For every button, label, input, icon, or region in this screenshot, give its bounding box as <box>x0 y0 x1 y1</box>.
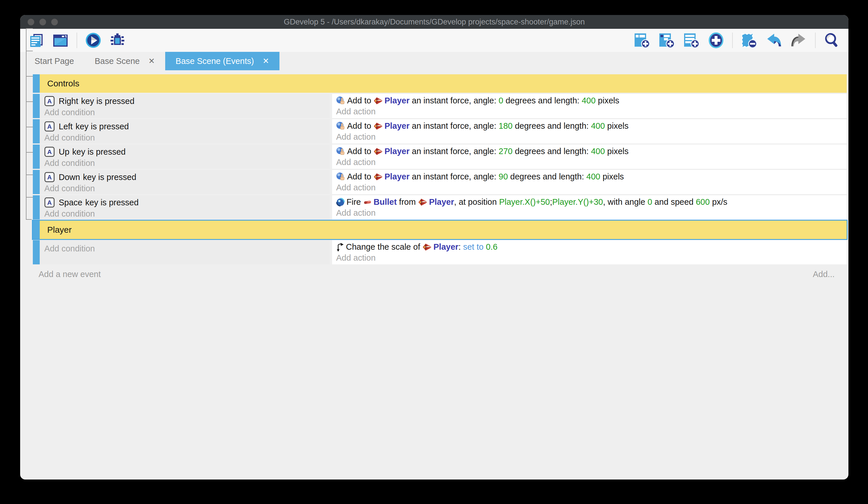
event-drag-bar[interactable] <box>33 74 40 93</box>
condition-cell[interactable]: ARightkey is pressedAdd condition <box>40 94 330 118</box>
sentence-text: an instant force, angle: <box>410 121 499 131</box>
tab-base-scene[interactable]: Base Scene✕ <box>84 52 165 70</box>
sentence-text: key is pressed <box>83 172 136 182</box>
condition-cell[interactable]: ALeftkey is pressedAdd condition <box>40 119 330 143</box>
condition-cell[interactable]: Add condition <box>40 240 330 264</box>
expression-value: 0 <box>499 96 503 105</box>
zoom-window-button[interactable] <box>51 19 58 26</box>
window-title: GDevelop 5 - /Users/dkarakay/Documents/G… <box>284 18 585 27</box>
condition-cell[interactable]: ADownkey is pressedAdd condition <box>40 170 330 194</box>
add-event-icon[interactable] <box>634 32 650 48</box>
sentence-text: degrees and length: <box>508 172 586 181</box>
condition-sentence[interactable]: ADownkey is pressed <box>44 172 330 182</box>
event-row[interactable]: ASpacekey is pressedAdd conditionFire Bu… <box>33 195 847 220</box>
event-row[interactable]: ADownkey is pressedAdd conditionAdd to P… <box>33 170 847 194</box>
redo-icon[interactable] <box>790 32 807 48</box>
action-cell[interactable]: Change the scale of Player: set to 0.6Ad… <box>332 240 847 264</box>
condition-sentence[interactable]: ALeftkey is pressed <box>44 121 330 132</box>
close-window-button[interactable] <box>28 19 34 26</box>
add-circle-icon[interactable] <box>708 32 724 48</box>
force-icon <box>336 122 345 131</box>
condition-sentence[interactable]: ARightkey is pressed <box>44 96 330 106</box>
project-manager-icon[interactable] <box>29 32 44 48</box>
delete-selection-icon[interactable] <box>741 32 757 48</box>
add-action-button[interactable]: Add action <box>336 107 847 117</box>
play-icon[interactable] <box>85 32 101 48</box>
expression-value: Player.Y()+30 <box>552 197 603 207</box>
group-row-controls[interactable]: Controls <box>33 74 847 93</box>
add-new-event-button[interactable]: Add a new event <box>39 270 101 279</box>
action-sentence[interactable]: Add to Player an instant force, angle: 2… <box>336 147 847 156</box>
scene-editor-icon[interactable] <box>52 32 69 48</box>
add-condition-button[interactable]: Add condition <box>44 108 330 117</box>
add-condition-button[interactable]: Add condition <box>44 158 330 168</box>
add-comment-icon[interactable] <box>683 32 700 48</box>
sentence-text: Add to <box>347 121 374 131</box>
tab-start-page[interactable]: Start Page <box>24 52 84 70</box>
action-cell[interactable]: Fire Bullet from Player, at position Pla… <box>332 195 847 220</box>
player-ship-icon <box>374 122 383 131</box>
event-drag-bar[interactable] <box>33 144 40 169</box>
add-condition-button[interactable]: Add condition <box>44 209 330 219</box>
sentence-text: , at position <box>454 197 499 207</box>
minimize-window-button[interactable] <box>39 19 46 26</box>
event-drag-bar[interactable] <box>33 221 40 239</box>
action-cell[interactable]: Add to Player an instant force, angle: 1… <box>332 119 847 143</box>
tree-branch-line <box>26 127 33 127</box>
debug-icon[interactable] <box>110 32 125 48</box>
action-sentence[interactable]: Fire Bullet from Player, at position Pla… <box>336 197 847 207</box>
action-sentence[interactable]: Change the scale of Player: set to 0.6 <box>336 242 847 252</box>
expression-value: 600 <box>696 197 710 207</box>
key-name: Up <box>59 147 69 157</box>
event-drag-bar[interactable] <box>33 94 40 118</box>
sentence-text: pixels <box>605 121 629 131</box>
object-ref: Bullet <box>374 197 397 207</box>
force-icon <box>336 96 345 105</box>
svg-text:A: A <box>47 199 52 206</box>
event-row[interactable]: Add conditionChange the scale of Player:… <box>33 240 847 264</box>
action-sentence[interactable]: Add to Player an instant force, angle: 9… <box>336 172 847 181</box>
event-drag-bar[interactable] <box>33 170 40 194</box>
group-row-player[interactable]: Player <box>33 221 847 239</box>
set-to-operator: set to <box>463 242 484 252</box>
event-row[interactable]: AUpkey is pressedAdd conditionAdd to Pla… <box>33 144 847 169</box>
close-tab-icon[interactable]: ✕ <box>148 57 155 65</box>
add-action-button[interactable]: Add action <box>336 208 847 218</box>
add-action-button[interactable]: Add action <box>336 253 847 263</box>
event-drag-bar[interactable] <box>33 240 40 264</box>
expression-value: 400 <box>586 172 600 181</box>
add-action-button[interactable]: Add action <box>336 158 847 167</box>
sentence-text: degrees and length: <box>513 147 591 156</box>
condition-sentence[interactable]: AUpkey is pressed <box>44 147 330 157</box>
action-cell[interactable]: Add to Player an instant force, angle: 2… <box>332 144 847 169</box>
condition-cell[interactable]: AUpkey is pressedAdd condition <box>40 144 330 169</box>
action-sentence[interactable]: Add to Player an instant force, angle: 0… <box>336 96 847 105</box>
add-condition-button[interactable]: Add condition <box>44 133 330 143</box>
add-action-button[interactable]: Add action <box>336 132 847 142</box>
tab-label: Base Scene (Events) <box>176 57 254 66</box>
action-sentence[interactable]: Add to Player an instant force, angle: 1… <box>336 121 847 131</box>
search-icon[interactable] <box>824 32 840 48</box>
close-tab-icon[interactable]: ✕ <box>262 57 269 65</box>
action-cell[interactable]: Add to Player an instant force, angle: 0… <box>332 94 847 118</box>
add-condition-button[interactable]: Add condition <box>44 184 330 193</box>
add-subevent-icon[interactable] <box>659 32 675 48</box>
event-drag-bar[interactable] <box>33 119 40 143</box>
add-action-button[interactable]: Add action <box>336 183 847 192</box>
add-condition-button[interactable]: Add condition <box>44 244 330 253</box>
tab-base-scene-events[interactable]: Base Scene (Events)✕ <box>165 52 279 70</box>
action-cell[interactable]: Add to Player an instant force, angle: 9… <box>332 170 847 194</box>
force-icon <box>336 147 345 156</box>
toolbar <box>20 29 848 52</box>
condition-cell[interactable]: ASpacekey is pressedAdd condition <box>40 195 330 220</box>
sentence-text: pixels <box>605 147 629 156</box>
event-row[interactable]: ALeftkey is pressedAdd conditionAdd to P… <box>33 119 847 143</box>
sentence-text: pixels <box>596 96 619 105</box>
sentence-text: px/s <box>710 197 727 207</box>
undo-icon[interactable] <box>766 32 782 48</box>
group-label: Controls <box>40 74 847 93</box>
event-drag-bar[interactable] <box>33 195 40 220</box>
add-more-button[interactable]: Add... <box>813 270 835 279</box>
condition-sentence[interactable]: ASpacekey is pressed <box>44 197 330 208</box>
event-row[interactable]: ARightkey is pressedAdd conditionAdd to … <box>33 94 847 118</box>
